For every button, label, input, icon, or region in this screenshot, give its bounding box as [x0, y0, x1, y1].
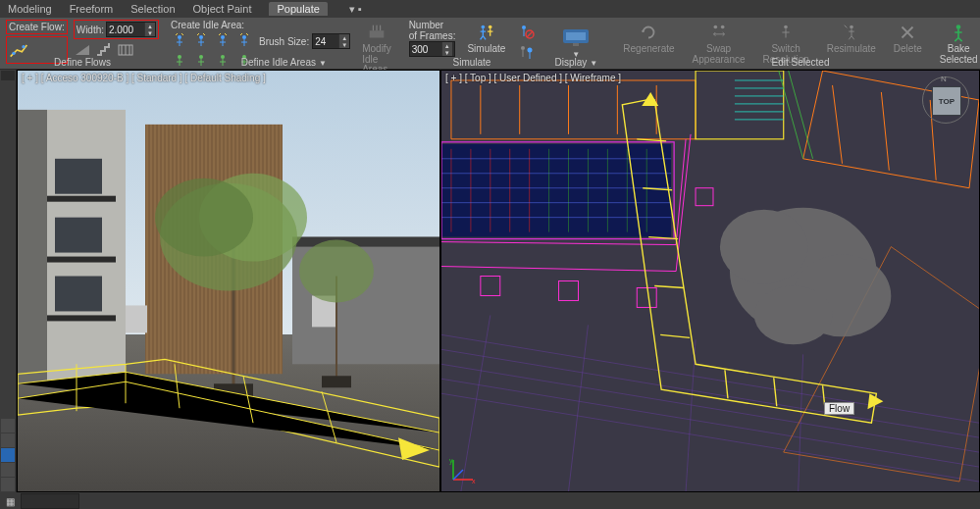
svg-point-21 [528, 48, 533, 53]
regenerate-button[interactable]: Regenerate [617, 20, 680, 56]
group-simulate: Number of Frames: ▲▼ Simulate Simulate [403, 18, 542, 69]
modify-idle-icon [366, 22, 387, 43]
viewcube-face-top[interactable]: TOP [932, 86, 961, 116]
top-viewport[interactable]: Flow [ + ] [ Top ] [ User Defined ] [ Wi… [440, 70, 980, 492]
bake-icon [948, 22, 969, 43]
num-frames-label2: of Frames: [409, 30, 456, 41]
left-toolbar-btn-1[interactable] [1, 419, 15, 433]
flow-width-value[interactable] [107, 25, 144, 35]
spinner-down-icon[interactable]: ▼ [338, 41, 349, 48]
left-toolbar-btn-2[interactable] [1, 433, 15, 447]
group-title-simulate: Simulate [403, 57, 542, 68]
svg-text:x: x [472, 478, 476, 484]
perspective-viewport[interactable]: [ + ] [ Acceso 300920-B ] [ Standard ] [… [17, 70, 440, 492]
top-wireframe-scene [441, 71, 979, 491]
svg-point-27 [784, 25, 788, 29]
tab-selection[interactable]: Selection [130, 3, 175, 15]
svg-point-8 [221, 35, 225, 39]
group-title-display[interactable]: Display▼ [541, 57, 611, 68]
idle-type-3-button[interactable] [214, 32, 232, 50]
delete-button[interactable]: Delete [888, 20, 928, 56]
num-frames-spinner[interactable]: ▲▼ [409, 41, 456, 57]
svg-rect-37 [55, 218, 102, 253]
idle-type-2-button[interactable] [192, 32, 210, 50]
idle-type-4-button[interactable] [235, 32, 253, 50]
display-mode-button[interactable]: ▼ [555, 20, 596, 62]
spinner-down-icon[interactable]: ▼ [441, 49, 452, 56]
resimulate-button[interactable]: Resimulate [821, 20, 882, 56]
svg-point-0 [12, 52, 15, 55]
simulate-icon [476, 22, 497, 43]
ribbon: Create Flow: Width: ▲▼ [0, 18, 980, 70]
viewport-area: [ + ] [ Acceso 300920-B ] [ Standard ] [… [0, 70, 980, 492]
num-frames-value[interactable] [410, 44, 441, 55]
svg-rect-24 [573, 43, 579, 46]
create-flow-label: Create Flow: [6, 20, 68, 34]
svg-text:y: y [449, 457, 453, 465]
svg-rect-23 [566, 32, 586, 40]
left-toolbar-btn-4[interactable] [1, 463, 15, 477]
view-cube[interactable]: N TOP [922, 76, 969, 124]
group-title-define-idle[interactable]: Define Idle Areas▼ [165, 57, 403, 68]
axis-gizmo: x y [447, 456, 477, 485]
flow-object-label[interactable]: Flow [824, 402, 854, 415]
svg-rect-39 [47, 196, 116, 202]
status-grid-icon[interactable]: ▦ [6, 496, 15, 507]
tab-freeform[interactable]: Freeform [70, 3, 114, 15]
svg-rect-46 [126, 305, 147, 332]
svg-point-104 [754, 285, 833, 344]
svg-point-102 [720, 210, 808, 284]
svg-point-52 [299, 240, 374, 303]
perspective-viewport-label[interactable]: [ + ] [ Acceso 300920-B ] [ Standard ] [… [22, 73, 266, 83]
switch-resolution-icon [775, 22, 797, 43]
svg-point-6 [178, 35, 181, 39]
delete-icon [897, 22, 918, 43]
left-toolbar-btn-5[interactable] [1, 478, 15, 491]
simulate-button[interactable]: Simulate [461, 20, 511, 56]
group-define-flows: Create Flow: Width: ▲▼ [0, 18, 165, 69]
svg-rect-14 [370, 30, 385, 37]
status-bar: ▦ [0, 492, 980, 509]
svg-point-20 [521, 46, 525, 50]
delete-people-button[interactable] [517, 23, 535, 40]
spinner-up-icon[interactable]: ▲ [441, 42, 452, 49]
resimulate-icon [841, 22, 862, 43]
svg-point-17 [522, 25, 526, 29]
group-define-idle: Create Idle Area: Brush Size: [165, 18, 403, 69]
brush-size-value[interactable] [313, 36, 338, 47]
spinner-up-icon[interactable]: ▲ [144, 23, 155, 29]
ribbon-overflow-icon[interactable]: ▾ ▪ [349, 3, 362, 16]
svg-point-9 [242, 35, 246, 39]
svg-rect-38 [55, 277, 102, 312]
svg-rect-41 [47, 315, 116, 321]
viewcube-north-label: N [941, 75, 947, 83]
svg-point-7 [199, 35, 203, 39]
svg-point-29 [956, 25, 961, 29]
world-axis-toggle[interactable] [1, 71, 15, 80]
flow-width-label: Width: [77, 25, 104, 35]
svg-point-1 [22, 45, 25, 48]
status-field[interactable] [21, 493, 79, 509]
modify-idle-areas-button[interactable]: Modify Idle Areas [356, 20, 396, 76]
svg-point-50 [155, 178, 253, 257]
perspective-scene [18, 71, 439, 491]
svg-line-115 [453, 470, 463, 480]
spinner-down-icon[interactable]: ▼ [144, 29, 155, 36]
tab-populate[interactable]: Populate [269, 2, 327, 16]
left-toolbar-btn-3[interactable] [1, 448, 15, 462]
swap-appearance-icon [708, 22, 730, 43]
svg-rect-54 [322, 376, 351, 387]
idle-type-1-button[interactable] [171, 32, 188, 50]
tab-object-paint[interactable]: Object Paint [193, 3, 252, 15]
spinner-up-icon[interactable]: ▲ [338, 34, 349, 41]
viewport-left-toolbar [0, 70, 17, 492]
svg-rect-35 [18, 110, 47, 383]
chevron-down-icon: ▼ [319, 59, 327, 68]
brush-size-spinner[interactable]: ▲▼ [312, 33, 350, 49]
top-viewport-label[interactable]: [ + ] [ Top ] [ User Defined ] [ Wirefra… [445, 73, 621, 83]
flow-width-spinner[interactable]: ▲▼ [106, 22, 156, 37]
tab-modeling[interactable]: Modeling [8, 3, 52, 15]
ribbon-tab-bar: Modeling Freeform Selection Object Paint… [0, 0, 980, 18]
group-display: ▼ Display▼ [541, 18, 611, 69]
svg-point-28 [850, 25, 853, 29]
